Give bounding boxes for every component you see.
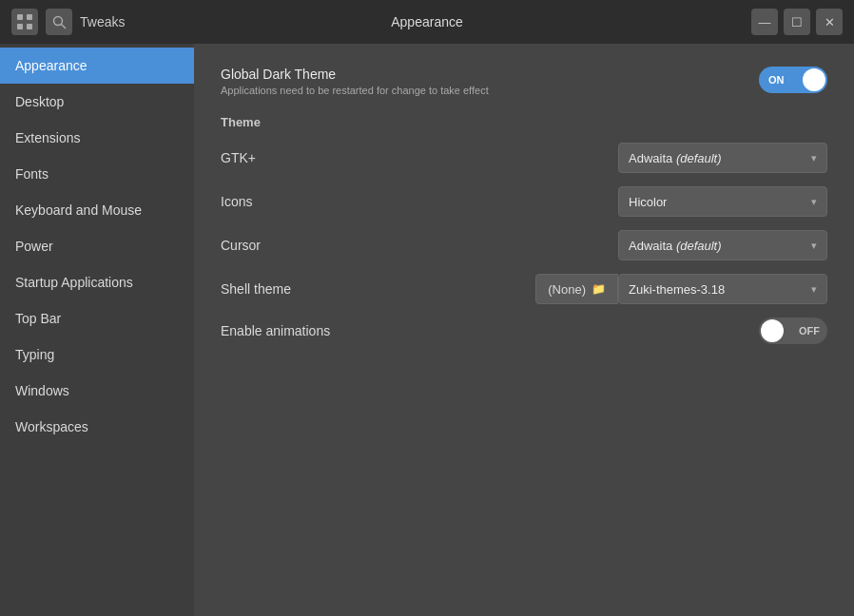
sidebar-item-appearance[interactable]: Appearance xyxy=(0,48,194,84)
cursor-row: Cursor Adwaita (default) ▾ xyxy=(221,230,827,260)
sidebar-item-fonts[interactable]: Fonts xyxy=(0,156,194,192)
sidebar-item-keyboard-mouse[interactable]: Keyboard and Mouse xyxy=(0,192,194,228)
shell-none-button[interactable]: (None) 📁 xyxy=(535,274,618,304)
sidebar-item-windows[interactable]: Windows xyxy=(0,373,194,409)
cursor-label: Cursor xyxy=(221,238,261,253)
search-button[interactable] xyxy=(46,9,72,35)
sidebar-item-extensions[interactable]: Extensions xyxy=(0,120,194,156)
sidebar-item-startup[interactable]: Startup Applications xyxy=(0,264,194,300)
sidebar: Appearance Desktop Extensions Fonts Keyb… xyxy=(0,44,194,616)
sidebar-item-desktop[interactable]: Desktop xyxy=(0,84,194,120)
svg-rect-0 xyxy=(17,14,23,20)
sidebar-item-workspaces[interactable]: Workspaces xyxy=(0,409,194,445)
gtk-value: Adwaita (default) xyxy=(629,151,722,165)
global-dark-theme-row: Global Dark Theme Applications need to b… xyxy=(221,67,827,96)
toggle-on-label: ON xyxy=(768,74,785,86)
window-title: Appearance xyxy=(391,14,463,29)
gtk-dropdown-arrow: ▾ xyxy=(811,152,817,164)
main-panel: Global Dark Theme Applications need to b… xyxy=(194,44,854,616)
svg-line-5 xyxy=(61,24,65,28)
close-button[interactable]: ✕ xyxy=(816,9,843,35)
toggle-knob xyxy=(803,68,825,91)
shell-theme-label: Shell theme xyxy=(221,281,291,297)
svg-rect-1 xyxy=(27,14,32,20)
shell-theme-dropdown[interactable]: Zuki-themes-3.18 ▾ xyxy=(618,274,827,304)
theme-section: Theme GTK+ Adwaita (default) ▾ Icons Hic… xyxy=(221,115,827,344)
cursor-dropdown-arrow: ▾ xyxy=(811,240,817,252)
shell-theme-controls: (None) 📁 Zuki-themes-3.18 ▾ xyxy=(535,274,827,304)
sidebar-item-power[interactable]: Power xyxy=(0,228,194,264)
maximize-button[interactable]: ☐ xyxy=(784,9,810,35)
content-area: Appearance Desktop Extensions Fonts Keyb… xyxy=(0,44,854,616)
gtk-dropdown[interactable]: Adwaita (default) ▾ xyxy=(618,143,827,173)
app-icon xyxy=(11,9,38,35)
global-dark-text: Global Dark Theme Applications need to b… xyxy=(221,67,489,96)
window-controls: — ☐ ✕ xyxy=(751,9,843,35)
folder-icon: 📁 xyxy=(592,282,606,296)
global-dark-title: Global Dark Theme xyxy=(221,67,489,82)
animations-toggle-label: OFF xyxy=(799,325,820,337)
sidebar-item-typing[interactable]: Typing xyxy=(0,337,194,373)
animations-toggle-knob xyxy=(761,319,784,342)
app-name: Tweaks xyxy=(80,14,125,29)
icons-row: Icons Hicolor ▾ xyxy=(221,186,827,217)
animations-label: Enable animations xyxy=(221,323,330,338)
cursor-value: Adwaita (default) xyxy=(629,239,722,253)
main-window: Tweaks Appearance — ☐ ✕ Appearance Deskt… xyxy=(0,0,854,616)
global-dark-description: Applications need to be restarted for ch… xyxy=(221,85,489,96)
sidebar-item-top-bar[interactable]: Top Bar xyxy=(0,300,194,337)
shell-none-label: (None) xyxy=(548,282,586,297)
svg-rect-2 xyxy=(17,24,23,29)
cursor-dropdown[interactable]: Adwaita (default) ▾ xyxy=(618,230,827,260)
svg-rect-3 xyxy=(27,24,32,29)
gtk-label: GTK+ xyxy=(221,150,256,165)
animations-toggle[interactable]: OFF xyxy=(759,318,827,344)
enable-animations-row: Enable animations OFF xyxy=(221,318,827,344)
titlebar: Tweaks Appearance — ☐ ✕ xyxy=(0,0,854,44)
global-dark-toggle[interactable]: ON xyxy=(759,67,827,93)
icons-label: Icons xyxy=(221,194,252,209)
shell-theme-row: Shell theme (None) 📁 Zuki-themes-3.18 ▾ xyxy=(221,274,827,304)
icons-dropdown-arrow: ▾ xyxy=(811,196,817,208)
shell-theme-value: Zuki-themes-3.18 xyxy=(629,282,725,297)
icons-dropdown[interactable]: Hicolor ▾ xyxy=(618,186,827,217)
titlebar-left: Tweaks xyxy=(11,9,125,35)
gtk-row: GTK+ Adwaita (default) ▾ xyxy=(221,143,827,173)
minimize-button[interactable]: — xyxy=(751,9,778,35)
shell-dropdown-arrow: ▾ xyxy=(811,283,817,296)
theme-section-label: Theme xyxy=(221,115,827,129)
icons-value: Hicolor xyxy=(629,195,667,209)
